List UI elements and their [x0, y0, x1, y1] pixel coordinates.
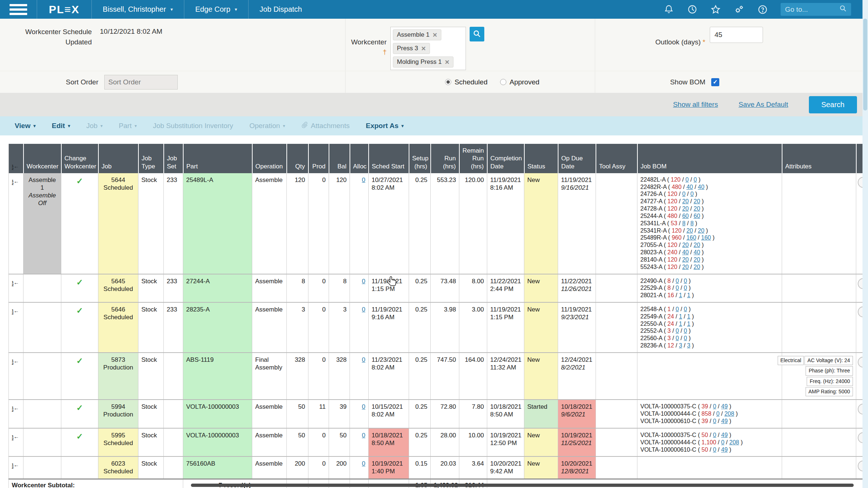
- bom-qty-link[interactable]: 160: [701, 234, 711, 241]
- bom-qty-link[interactable]: 20: [698, 227, 705, 234]
- resequence-icon[interactable]: 12←: [12, 435, 19, 441]
- bom-qty-link[interactable]: 0: [686, 176, 689, 183]
- bom-qty-link[interactable]: 20: [682, 264, 689, 270]
- bom-qty-link[interactable]: 0: [676, 285, 679, 291]
- cell-job[interactable]: 5873Production: [98, 353, 138, 400]
- bom-qty-link[interactable]: 40: [694, 249, 700, 255]
- menu-item-view[interactable]: View▾: [9, 122, 41, 130]
- bom-qty-link[interactable]: 0: [684, 335, 687, 341]
- column-header-operation[interactable]: Operation: [252, 144, 287, 173]
- alloc-link[interactable]: 0: [362, 356, 365, 363]
- bom-qty-link[interactable]: 1: [679, 321, 682, 327]
- column-header-workcenter[interactable]: Workcenter: [23, 144, 61, 173]
- workcenter-search-button[interactable]: [470, 27, 484, 41]
- remove-tag-icon[interactable]: ✕: [433, 32, 437, 39]
- bom-qty-link[interactable]: 20: [682, 242, 689, 248]
- cell-change-workcenter[interactable]: ✓: [61, 428, 98, 456]
- alloc-link[interactable]: 0: [362, 432, 365, 439]
- bom-qty-link[interactable]: 0: [676, 278, 679, 284]
- cell-job[interactable]: 5644Scheduled: [98, 173, 138, 274]
- resequence-icon[interactable]: 12←: [12, 359, 19, 365]
- user-menu[interactable]: Bissell, Christopher ▾: [92, 0, 184, 19]
- bom-qty-link[interactable]: 0: [676, 328, 679, 334]
- bom-qty-link[interactable]: 20: [682, 205, 689, 212]
- remove-tag-icon[interactable]: ✕: [445, 59, 449, 66]
- bom-qty-link[interactable]: 0: [721, 439, 724, 445]
- radio-approved[interactable]: Approved: [500, 78, 539, 86]
- bom-qty-link[interactable]: 0: [690, 191, 694, 197]
- goto-search-input[interactable]: Go to...: [781, 3, 851, 16]
- column-header-bal[interactable]: Bal: [329, 144, 350, 173]
- remove-tag-icon[interactable]: ✕: [421, 45, 426, 52]
- bom-qty-link[interactable]: 8: [682, 220, 686, 226]
- bom-qty-link[interactable]: 40: [682, 249, 689, 255]
- bom-qty-link[interactable]: 1: [679, 313, 682, 320]
- workcenter-tag-box[interactable]: Assemble 1✕Press 3✕Molding Press 1✕: [390, 27, 466, 70]
- alloc-link[interactable]: 0: [362, 460, 365, 467]
- bom-qty-link[interactable]: 20: [686, 227, 693, 234]
- resequence-icon[interactable]: 12←: [12, 406, 19, 412]
- bom-qty-link[interactable]: 8: [690, 220, 694, 226]
- bom-qty-link[interactable]: 0: [684, 306, 687, 312]
- bom-qty-link[interactable]: 208: [724, 411, 734, 417]
- show-all-filters-link[interactable]: Show all filters: [673, 101, 718, 109]
- save-as-default-link[interactable]: Save As Default: [738, 101, 788, 109]
- menu-item-export-as[interactable]: Export As▾: [360, 122, 409, 130]
- cell-job[interactable]: 5994Production: [98, 400, 138, 428]
- search-button[interactable]: Search: [809, 96, 857, 113]
- bom-qty-link[interactable]: 1: [687, 313, 690, 320]
- column-header-remain-run-hrs-[interactable]: Remain Run (hrs): [459, 144, 487, 173]
- bom-qty-link[interactable]: 0: [682, 191, 686, 197]
- bom-qty-link[interactable]: 1: [687, 321, 690, 327]
- column-header-qty[interactable]: Qty: [287, 144, 308, 173]
- bom-qty-link[interactable]: 3: [679, 342, 682, 349]
- bom-qty-link[interactable]: 20: [694, 242, 700, 248]
- help-icon[interactable]: [757, 4, 768, 15]
- column-header-job-set[interactable]: Job Set: [164, 144, 183, 173]
- sort-order-input[interactable]: [104, 75, 178, 90]
- menu-item-edit[interactable]: Edit▾: [46, 122, 76, 130]
- cell-job[interactable]: 5995Scheduled: [98, 428, 138, 456]
- bom-qty-link[interactable]: 1: [687, 292, 690, 298]
- alloc-link[interactable]: 0: [362, 403, 365, 410]
- favorites-star-icon[interactable]: [710, 4, 721, 15]
- vertical-scrollbar[interactable]: [862, 0, 868, 488]
- outlook-days-input[interactable]: [710, 27, 763, 43]
- column-header-tool-assy[interactable]: Tool Assy: [596, 144, 637, 173]
- bom-qty-link[interactable]: 60: [694, 213, 700, 219]
- bom-qty-link[interactable]: 160: [686, 234, 696, 241]
- bom-qty-link[interactable]: 0: [694, 176, 697, 183]
- notifications-bell-icon[interactable]: [663, 4, 674, 15]
- cell-change-workcenter[interactable]: [61, 456, 98, 479]
- column-header-part[interactable]: Part: [183, 144, 252, 173]
- bom-qty-link[interactable]: 20: [694, 205, 700, 212]
- cell-change-workcenter[interactable]: ✓: [61, 353, 98, 400]
- resequence-icon[interactable]: 12←: [12, 179, 19, 185]
- vertical-scrollbar-thumb[interactable]: [863, 19, 867, 110]
- column-header-status[interactable]: Status: [524, 144, 558, 173]
- bom-qty-link[interactable]: 20: [694, 256, 700, 263]
- column-header-prod[interactable]: Prod: [308, 144, 329, 173]
- bom-qty-link[interactable]: 0: [676, 335, 679, 341]
- resequence-icon[interactable]: 12←: [12, 463, 19, 469]
- bom-qty-link[interactable]: 0: [713, 447, 716, 453]
- bom-qty-link[interactable]: 60: [682, 213, 689, 219]
- radio-scheduled[interactable]: Scheduled: [445, 78, 488, 86]
- column-header-icon[interactable]: 12←: [9, 144, 23, 173]
- column-header-job-bom[interactable]: Job BOM: [637, 144, 782, 173]
- bom-qty-link[interactable]: 40: [686, 184, 693, 190]
- history-clock-icon[interactable]: [687, 4, 698, 15]
- bom-qty-link[interactable]: 40: [698, 184, 705, 190]
- cell-change-workcenter[interactable]: ✓: [61, 302, 98, 353]
- column-header-op-due-date[interactable]: Op Due Date: [558, 144, 596, 173]
- company-menu[interactable]: Edge Corp ▾: [184, 0, 248, 19]
- bom-qty-link[interactable]: 1: [679, 292, 682, 298]
- column-header-sched-start[interactable]: Sched Start: [369, 144, 409, 173]
- bom-qty-link[interactable]: 49: [721, 432, 728, 438]
- alloc-link[interactable]: 0: [362, 306, 365, 313]
- tab-job-dispatch[interactable]: Job Dispatch: [249, 0, 313, 19]
- horizontal-scrollbar[interactable]: [191, 484, 854, 487]
- bom-qty-link[interactable]: 49: [721, 403, 728, 409]
- cell-job[interactable]: 6023Scheduled: [98, 456, 138, 479]
- show-bom-checkbox[interactable]: ✓: [711, 78, 719, 86]
